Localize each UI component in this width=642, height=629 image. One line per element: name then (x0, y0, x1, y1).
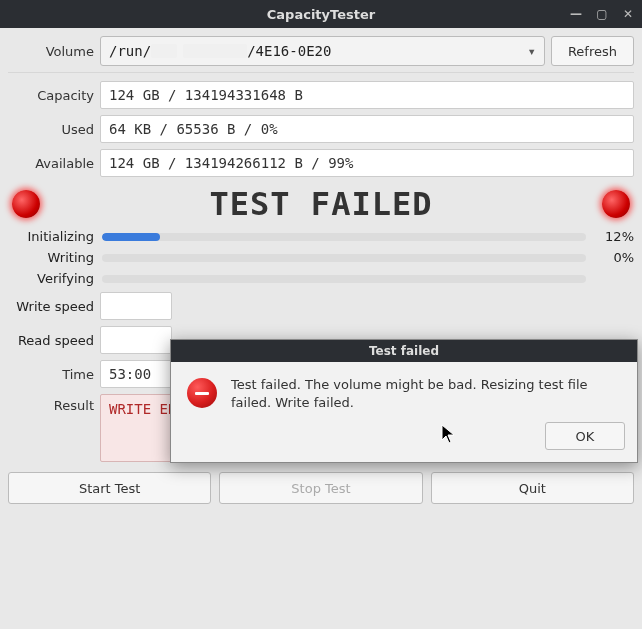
status-led-right (602, 190, 630, 218)
verifying-track (102, 275, 586, 283)
quit-button[interactable]: Quit (431, 472, 634, 504)
volume-value-suffix: /4E16-0E20 (247, 43, 331, 59)
volume-label: Volume (8, 44, 94, 59)
close-icon[interactable]: ✕ (620, 6, 636, 22)
used-field: 64 KB / 65536 B / 0% (100, 115, 634, 143)
stop-test-button[interactable]: Stop Test (219, 472, 422, 504)
initializing-bar (102, 233, 160, 241)
start-test-button[interactable]: Start Test (8, 472, 211, 504)
dialog-title: Test failed (171, 340, 637, 362)
capacity-field: 124 GB / 134194331648 B (100, 81, 634, 109)
window-title: CapacityTester (267, 7, 375, 22)
initializing-track (102, 233, 586, 241)
volume-value-prefix: /run/ (109, 43, 151, 59)
chevron-down-icon: ▾ (527, 43, 535, 59)
window-titlebar: CapacityTester — ▢ ✕ (0, 0, 642, 28)
result-label: Result (8, 394, 94, 413)
available-label: Available (8, 156, 94, 171)
write-speed-label: Write speed (8, 299, 94, 314)
capacity-label: Capacity (8, 88, 94, 103)
time-label: Time (8, 367, 94, 382)
status-text: TEST FAILED (44, 185, 598, 223)
volume-value-redacted2 (183, 44, 247, 58)
status-led-left (12, 190, 40, 218)
initializing-label: Initializing (8, 229, 94, 244)
dialog-message: Test failed. The volume might be bad. Re… (231, 376, 621, 412)
divider (8, 72, 634, 73)
maximize-icon[interactable]: ▢ (594, 6, 610, 22)
available-field: 124 GB / 134194266112 B / 99% (100, 149, 634, 177)
minimize-icon[interactable]: — (568, 6, 584, 22)
verifying-label: Verifying (8, 271, 94, 286)
writing-track (102, 254, 586, 262)
volume-value-redacted (151, 44, 177, 58)
initializing-percent: 12% (594, 229, 634, 244)
write-speed-field (100, 292, 172, 320)
writing-percent: 0% (594, 250, 634, 265)
test-failed-dialog: Test failed Test failed. The volume migh… (170, 339, 638, 463)
read-speed-field (100, 326, 172, 354)
read-speed-label: Read speed (8, 333, 94, 348)
error-icon (187, 378, 217, 408)
writing-label: Writing (8, 250, 94, 265)
used-label: Used (8, 122, 94, 137)
refresh-button[interactable]: Refresh (551, 36, 634, 66)
volume-select[interactable]: /run//4E16-0E20 ▾ (100, 36, 545, 66)
dialog-ok-button[interactable]: OK (545, 422, 625, 450)
